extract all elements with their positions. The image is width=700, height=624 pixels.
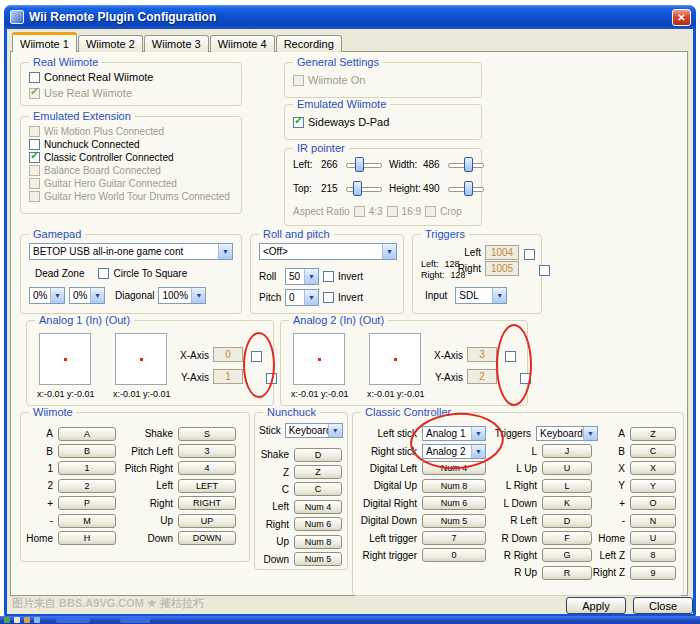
- trigger-right-checkbox[interactable]: [539, 265, 550, 276]
- key-button[interactable]: H: [58, 531, 116, 545]
- trigger-right-field[interactable]: 1005: [485, 261, 519, 276]
- key-button[interactable]: 3: [178, 444, 236, 458]
- key-button[interactable]: D: [294, 448, 342, 462]
- key-button[interactable]: Num 6: [294, 517, 342, 531]
- key-button[interactable]: LEFT: [178, 479, 236, 493]
- key-button[interactable]: Num 8: [294, 535, 342, 549]
- key-button[interactable]: 8: [630, 548, 676, 562]
- key-button[interactable]: 1: [58, 461, 116, 475]
- key-button[interactable]: K: [542, 496, 592, 510]
- key-button[interactable]: X: [630, 461, 676, 475]
- nunchuck-connected-label: Nunchuck Connected: [44, 139, 140, 150]
- connect-real-wiimote-checkbox[interactable]: [29, 72, 40, 83]
- taskbar-icon-4[interactable]: [34, 617, 40, 623]
- dead-zone-y-select[interactable]: 0% ▼: [69, 287, 105, 304]
- mapping-label: X: [591, 463, 625, 474]
- key-button[interactable]: L: [542, 479, 592, 493]
- roll-select[interactable]: 50 ▼: [285, 268, 319, 285]
- ir-width-slider-thumb[interactable]: [464, 157, 473, 172]
- taskbar-icon-2[interactable]: [14, 617, 20, 623]
- key-button[interactable]: N: [630, 514, 676, 528]
- pitch-select[interactable]: 0 ▼: [285, 289, 319, 306]
- key-button[interactable]: U: [542, 461, 592, 475]
- key-button[interactable]: G: [542, 548, 592, 562]
- key-button[interactable]: Z: [630, 427, 676, 441]
- trigger-input-select[interactable]: SDL ▼: [455, 287, 507, 304]
- general-settings-group-title: General Settings: [293, 56, 383, 69]
- tab-wiimote-1[interactable]: Wiimote 1: [12, 32, 77, 52]
- key-button[interactable]: D: [542, 514, 592, 528]
- trigger-left-checkbox[interactable]: [524, 249, 535, 260]
- tab-wiimote-4[interactable]: Wiimote 4: [210, 35, 275, 52]
- pitch-invert-checkbox[interactable]: [323, 292, 334, 303]
- ir-width-slider[interactable]: [447, 157, 485, 172]
- key-button[interactable]: Num 5: [422, 514, 486, 528]
- key-button[interactable]: Num 8: [422, 479, 486, 493]
- key-button[interactable]: 2: [58, 479, 116, 493]
- ir-top-slider[interactable]: [345, 181, 383, 196]
- tab-wiimote-3[interactable]: Wiimote 3: [144, 35, 209, 52]
- classic-triggers-select[interactable]: Keyboard ▼: [536, 426, 598, 441]
- ir-left-slider-thumb[interactable]: [355, 157, 364, 172]
- key-button[interactable]: U: [630, 531, 676, 545]
- taskbar-icon-3[interactable]: [24, 617, 30, 623]
- key-button[interactable]: C: [630, 444, 676, 458]
- mapping-label: Shake: [121, 428, 173, 439]
- key-button[interactable]: Num 5: [294, 552, 342, 566]
- analog1-x-field[interactable]: 0: [213, 347, 243, 362]
- close-button[interactable]: ✕: [672, 9, 691, 26]
- analog2-x-field[interactable]: 3: [467, 347, 497, 362]
- ir-height-slider-thumb[interactable]: [464, 181, 473, 196]
- taskbar[interactable]: [0, 616, 700, 624]
- classic-connected-checkbox[interactable]: [29, 152, 40, 163]
- sideways-dpad-checkbox[interactable]: [293, 117, 304, 128]
- ir-left-slider[interactable]: [345, 157, 383, 172]
- analog2-y-field[interactable]: 2: [467, 369, 497, 384]
- tab-wiimote-2[interactable]: Wiimote 2: [78, 35, 143, 52]
- pitch-invert-label: Invert: [338, 292, 363, 303]
- key-button[interactable]: S: [178, 427, 236, 441]
- trigger-left-field[interactable]: 1004: [485, 245, 519, 260]
- key-button[interactable]: 4: [178, 461, 236, 475]
- key-button[interactable]: Z: [294, 465, 342, 479]
- close-window-button[interactable]: Close: [633, 597, 693, 614]
- apply-button[interactable]: Apply: [566, 597, 626, 614]
- ir-top-slider-thumb[interactable]: [353, 181, 362, 196]
- diagonal-select[interactable]: 100% ▼: [158, 287, 206, 304]
- key-button[interactable]: R: [542, 566, 592, 580]
- dead-zone-x-select[interactable]: 0% ▼: [29, 287, 65, 304]
- tab-recording[interactable]: Recording: [276, 35, 342, 52]
- key-button[interactable]: O: [630, 496, 676, 510]
- key-button[interactable]: M: [58, 514, 116, 528]
- titlebar[interactable]: Wii Remote Plugin Configuration ✕: [4, 5, 696, 29]
- key-button[interactable]: 0: [422, 548, 486, 562]
- key-button[interactable]: 7: [422, 531, 486, 545]
- key-button[interactable]: A: [58, 427, 116, 441]
- key-button[interactable]: DOWN: [178, 531, 236, 545]
- key-button[interactable]: Num 6: [422, 496, 486, 510]
- nunchuck-stick-select[interactable]: Keyboard ▼: [285, 423, 343, 438]
- dead-zone-x-value: 0%: [30, 290, 50, 301]
- analog1-y-field[interactable]: 1: [213, 369, 243, 384]
- key-button[interactable]: Num 4: [294, 500, 342, 514]
- key-button[interactable]: B: [58, 444, 116, 458]
- key-button[interactable]: RIGHT: [178, 496, 236, 510]
- mapping-label: R Left: [493, 515, 537, 526]
- key-button[interactable]: Y: [630, 479, 676, 493]
- circle-to-square-checkbox[interactable]: [98, 268, 109, 279]
- taskbar-window-button-2[interactable]: [120, 617, 150, 623]
- roll-pitch-mode-select[interactable]: <Off> ▼: [259, 243, 397, 260]
- key-button[interactable]: J: [542, 444, 592, 458]
- roll-pitch-group-title: Roll and pitch: [259, 228, 334, 241]
- mapping-row: L J: [493, 442, 598, 459]
- key-button[interactable]: UP: [178, 514, 236, 528]
- roll-invert-checkbox[interactable]: [323, 271, 334, 282]
- key-button[interactable]: F: [542, 531, 592, 545]
- taskbar-window-button-1[interactable]: [56, 617, 90, 623]
- gamepad-device-select[interactable]: BETOP USB all-in-one game cont ▼: [29, 243, 233, 260]
- key-button[interactable]: 9: [630, 566, 676, 580]
- key-button[interactable]: P: [58, 496, 116, 510]
- taskbar-icon-1[interactable]: [4, 617, 10, 623]
- ir-height-slider[interactable]: [447, 181, 485, 196]
- key-button[interactable]: C: [294, 482, 342, 496]
